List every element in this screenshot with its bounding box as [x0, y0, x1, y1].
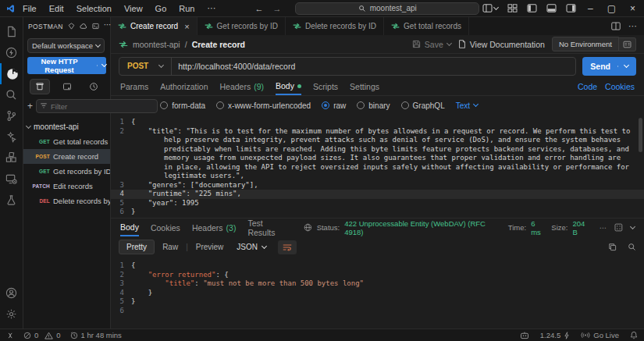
minimize-button[interactable]: –: [585, 3, 596, 14]
problems-indicator[interactable]: 0 0: [23, 331, 61, 339]
menu-view[interactable]: View: [119, 2, 148, 15]
time-value[interactable]: 6 ms: [531, 219, 546, 236]
workspace-select[interactable]: Default workspace: [27, 38, 105, 53]
radio-form-data[interactable]: form-data: [160, 101, 205, 110]
radio-x-www-form-urlencoded[interactable]: x-www-form-urlencoded: [216, 101, 311, 110]
tab-params[interactable]: Params: [120, 78, 148, 95]
request-row-delete-records-by-id[interactable]: DEL Delete records by ID: [23, 194, 110, 208]
new-http-request-button[interactable]: New HTTP Request: [27, 57, 106, 74]
response-tab-test-results[interactable]: Test Results: [247, 218, 291, 236]
toggle-panel-icon[interactable]: [546, 4, 557, 12]
split-editor-icon[interactable]: [611, 22, 621, 30]
editor-more-icon[interactable]: ⋯: [628, 21, 637, 31]
url-input[interactable]: [172, 62, 575, 71]
go-live-button[interactable]: Go Live: [581, 331, 619, 339]
restore-button[interactable]: ▢: [605, 3, 618, 14]
request-row-create-record[interactable]: POST Create record: [23, 149, 110, 164]
search-response-icon[interactable]: [628, 243, 636, 251]
save-button[interactable]: Save: [412, 40, 451, 49]
radio-graphql[interactable]: GraphQL: [401, 101, 445, 110]
wrap-lines-icon[interactable]: [278, 240, 297, 254]
extensions-icon[interactable]: [0, 147, 23, 169]
filter-input[interactable]: [36, 99, 158, 113]
nav-forward-icon[interactable]: →: [272, 4, 281, 13]
request-body-editor[interactable]: 1 { 2 "title": "This is to test for the …: [111, 115, 644, 218]
thunder-client-icon[interactable]: [0, 42, 23, 63]
response-format-select[interactable]: JSON: [231, 240, 272, 254]
view-preview-button[interactable]: Preview: [194, 240, 226, 254]
menu-go[interactable]: Go: [151, 2, 172, 15]
nav-back-icon[interactable]: ←: [254, 4, 263, 13]
tab-authorization[interactable]: Authorization: [160, 78, 208, 95]
request-row-get-total-records[interactable]: GET Get total records: [23, 134, 110, 149]
close-tab-icon[interactable]: ×: [184, 22, 189, 31]
view-raw-button[interactable]: Raw: [161, 240, 180, 254]
radio-raw[interactable]: raw: [322, 101, 346, 110]
size-value[interactable]: 204 B: [572, 219, 591, 236]
toggle-secondary-sidebar-icon[interactable]: [566, 4, 576, 12]
request-row-edit-records[interactable]: PATCH Edit records: [23, 179, 110, 194]
view-documentation-button[interactable]: View Documentation: [458, 40, 545, 49]
postman-icon[interactable]: [0, 63, 23, 84]
remote-explorer-icon[interactable]: [0, 169, 23, 190]
history-view-tab[interactable]: [84, 79, 104, 94]
menu-overflow[interactable]: ⋯: [202, 2, 220, 15]
response-tab-body[interactable]: Body: [120, 218, 139, 236]
response-tab-headers[interactable]: Headers (3): [192, 218, 237, 236]
tab-headers[interactable]: Headers (9): [219, 78, 264, 95]
feedback-bell-icon[interactable]: [630, 331, 638, 339]
tab-get-records-by-id[interactable]: Get records by ID: [197, 17, 286, 35]
method-select[interactable]: POST: [119, 58, 172, 75]
wand-star-icon[interactable]: [0, 126, 23, 147]
request-row-get-records-by-id[interactable]: GET Get records by ID: [23, 164, 110, 179]
copy-icon[interactable]: [608, 243, 617, 251]
tab-delete-records-by-id[interactable]: Delete records by ID: [286, 17, 384, 35]
search-sidebar-icon[interactable]: [0, 84, 23, 105]
robot-icon[interactable]: [520, 331, 529, 339]
source-control-icon[interactable]: [0, 105, 23, 126]
add-request-button[interactable]: +: [27, 101, 33, 112]
collapse-response-icon[interactable]: [630, 223, 635, 229]
breadcrumb-collection[interactable]: moontest-api: [133, 40, 180, 49]
tab-get-total-records[interactable]: Get total records: [384, 17, 469, 35]
console-icon[interactable]: [92, 23, 99, 30]
response-tab-cookies[interactable]: Cookies: [151, 218, 180, 236]
open-response-window-icon[interactable]: [614, 223, 623, 232]
tab-scripts[interactable]: Scripts: [313, 78, 338, 95]
environment-quick-look-icon[interactable]: [619, 37, 636, 52]
tab-create-record[interactable]: Create record ×: [111, 17, 197, 35]
menu-selection[interactable]: Selection: [72, 2, 116, 15]
testing-flask-icon[interactable]: [0, 190, 23, 211]
layout-dropdown-icon[interactable]: [482, 4, 498, 12]
explorer-icon[interactable]: [0, 21, 23, 42]
cookies-link[interactable]: Cookies: [605, 82, 635, 91]
extension-version-indicator[interactable]: 1.24.5: [540, 331, 570, 339]
gem-icon[interactable]: [68, 23, 75, 30]
editor-scrollbar[interactable]: [639, 118, 642, 152]
tab-body[interactable]: Body: [276, 78, 301, 95]
tab-settings[interactable]: Settings: [350, 78, 379, 95]
collections-view-tab[interactable]: [30, 79, 50, 94]
menu-file[interactable]: File: [18, 2, 41, 15]
radio-binary[interactable]: binary: [357, 101, 390, 110]
raw-format-select[interactable]: Text: [456, 101, 478, 110]
status-value[interactable]: 422 Unprocessable Entity (WebDAV) (RFC 4…: [344, 219, 503, 236]
command-search-input[interactable]: moontest_api: [295, 2, 479, 15]
send-button[interactable]: Send: [582, 57, 636, 76]
settings-gear-icon[interactable]: [0, 304, 23, 325]
chevron-down-icon[interactable]: [447, 40, 452, 45]
menu-edit[interactable]: Edit: [44, 2, 69, 15]
view-pretty-button[interactable]: Pretty: [119, 240, 155, 254]
cloud-sync-icon[interactable]: [80, 23, 87, 30]
response-body-viewer[interactable]: 1 { 2 "error returned": { 3 "title": "mu…: [111, 258, 644, 329]
timer-indicator[interactable]: 1 hr 48 mins: [70, 331, 122, 339]
remote-indicator[interactable]: [6, 332, 14, 339]
account-icon[interactable]: [0, 282, 23, 304]
toggle-sidebar-icon[interactable]: [527, 4, 537, 12]
code-link[interactable]: Code: [578, 82, 597, 91]
menu-run[interactable]: Run: [174, 2, 199, 15]
environments-view-tab[interactable]: [57, 79, 77, 94]
customize-layout-icon[interactable]: [507, 4, 518, 12]
response-more-icon[interactable]: ⋯: [600, 223, 607, 232]
environment-selector[interactable]: No Environment: [552, 37, 619, 52]
